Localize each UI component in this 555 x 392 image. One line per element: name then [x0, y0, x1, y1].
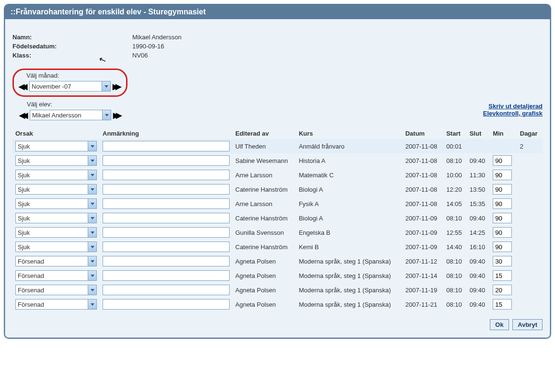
table-row: FörsenadAgneta PolsenModerna språk, steg…	[12, 254, 543, 268]
kurs-cell: Moderna språk, steg 1 (Spanska)	[296, 268, 402, 283]
slut-cell: 09:40	[467, 254, 490, 268]
orsak-value: Sjuk	[18, 200, 30, 208]
chevron-down-icon[interactable]	[88, 300, 96, 309]
edit-cell: Arne Larsson	[232, 168, 296, 182]
orsak-dropdown[interactable]: Sjuk	[15, 184, 97, 195]
orsak-dropdown[interactable]: Sjuk	[15, 141, 97, 151]
orsak-dropdown[interactable]: Sjuk	[15, 170, 97, 180]
anm-input[interactable]	[103, 256, 230, 266]
start-cell: 08:10	[443, 254, 466, 268]
student-prev-icon[interactable]: ◀◀	[19, 111, 28, 120]
anm-input[interactable]	[103, 198, 230, 209]
chevron-down-icon[interactable]	[88, 228, 96, 237]
edit-cell: Caterine Hanström	[232, 211, 296, 225]
chevron-down-icon[interactable]	[88, 170, 96, 180]
chevron-down-icon[interactable]	[88, 213, 96, 223]
table-row: SjukSabine WesemannHistoria A2007-11-080…	[12, 153, 543, 168]
table-row: SjukUlf ThedenAnmäld frånvaro2007-11-080…	[12, 139, 543, 153]
graph-link[interactable]: Elevkontroll, grafisk	[483, 110, 543, 117]
month-selector-highlight: Välj månad: ◀◀ November -07 ▶▶	[12, 69, 127, 97]
orsak-dropdown[interactable]: Försenad	[15, 256, 97, 266]
chevron-down-icon[interactable]	[88, 184, 96, 194]
chevron-down-icon[interactable]	[102, 110, 111, 120]
anm-input[interactable]	[103, 184, 230, 195]
slut-cell: 09:40	[467, 297, 490, 311]
chevron-down-icon[interactable]	[102, 81, 110, 91]
student-next-icon[interactable]: ▶▶	[113, 111, 122, 120]
min-input[interactable]	[493, 198, 512, 209]
student-dropdown-value: Mikael Andersson	[32, 112, 81, 119]
anm-input[interactable]	[103, 170, 230, 180]
orsak-value: Sjuk	[18, 229, 30, 236]
chevron-down-icon[interactable]	[88, 271, 96, 280]
dagar-cell: 2	[517, 139, 543, 153]
chevron-down-icon[interactable]	[88, 242, 96, 252]
anm-input[interactable]	[103, 213, 230, 223]
student-selector-label: Välj elev:	[27, 101, 543, 108]
min-input[interactable]	[493, 285, 512, 295]
month-next-icon[interactable]: ▶▶	[113, 82, 121, 91]
month-dropdown-value: November -07	[32, 83, 71, 90]
edit-cell: Agneta Polsen	[232, 268, 296, 283]
month-dropdown[interactable]: November -07	[29, 81, 111, 92]
min-input[interactable]	[493, 299, 512, 310]
orsak-value: Sjuk	[18, 157, 30, 164]
orsak-dropdown[interactable]: Sjuk	[15, 198, 97, 209]
datum-cell: 2007-11-08	[403, 168, 443, 182]
datum-cell: 2007-11-19	[403, 283, 443, 297]
dagar-cell	[517, 182, 543, 196]
print-link[interactable]: Skriv ut detaljerad	[483, 103, 543, 110]
orsak-dropdown[interactable]: Sjuk	[15, 227, 97, 238]
min-input[interactable]	[493, 242, 512, 252]
min-input[interactable]	[493, 227, 512, 238]
anm-input[interactable]	[103, 299, 230, 310]
min-input[interactable]	[493, 170, 512, 180]
anm-input[interactable]	[103, 242, 230, 252]
chevron-down-icon[interactable]	[88, 256, 96, 266]
anm-input[interactable]	[103, 141, 230, 151]
orsak-dropdown[interactable]: Sjuk	[15, 155, 97, 166]
orsak-dropdown[interactable]: Försenad	[15, 285, 97, 295]
slut-cell: 09:40	[467, 283, 490, 297]
edit-cell: Gunilla Svensson	[232, 225, 296, 240]
edit-cell: Caterine Hanström	[232, 182, 296, 196]
orsak-dropdown[interactable]: Försenad	[15, 270, 97, 281]
month-prev-icon[interactable]: ◀◀	[19, 82, 27, 91]
min-input[interactable]	[493, 155, 512, 166]
dagar-cell	[517, 254, 543, 268]
min-input[interactable]	[493, 256, 512, 266]
col-edit: Editerad av	[232, 128, 296, 139]
student-dropdown[interactable]: Mikael Andersson	[30, 110, 111, 120]
chevron-down-icon[interactable]	[88, 141, 96, 151]
orsak-dropdown[interactable]: Sjuk	[15, 213, 97, 223]
orsak-value: Sjuk	[18, 215, 30, 222]
slut-cell: 09:40	[467, 268, 490, 283]
chevron-down-icon[interactable]	[88, 156, 96, 165]
min-input[interactable]	[493, 184, 512, 195]
anm-input[interactable]	[103, 227, 230, 238]
datum-cell: 2007-11-08	[403, 139, 443, 153]
anm-input[interactable]	[103, 155, 230, 166]
kurs-cell: Moderna språk, steg 1 (Spanska)	[296, 254, 402, 268]
anm-input[interactable]	[103, 285, 230, 295]
orsak-dropdown[interactable]: Sjuk	[15, 242, 97, 252]
kurs-cell: Moderna språk, steg 1 (Spanska)	[296, 283, 402, 297]
start-cell: 12:55	[443, 225, 466, 240]
dagar-cell	[517, 283, 543, 297]
orsak-dropdown[interactable]: Försenad	[15, 299, 97, 310]
cancel-button[interactable]: Avbryt	[512, 319, 543, 330]
min-input[interactable]	[493, 213, 512, 223]
datum-cell: 2007-11-14	[403, 268, 443, 283]
min-input[interactable]	[493, 270, 512, 281]
anm-input[interactable]	[103, 270, 230, 281]
slut-cell: 09:40	[467, 153, 490, 168]
datum-cell: 2007-11-09	[403, 211, 443, 225]
edit-cell: Ulf Theden	[232, 139, 296, 153]
chevron-down-icon[interactable]	[88, 199, 96, 208]
chevron-down-icon[interactable]	[88, 285, 96, 295]
start-cell: 12:20	[443, 182, 466, 196]
dagar-cell	[517, 211, 543, 225]
ok-button[interactable]: Ok	[490, 319, 509, 330]
edit-cell: Agneta Polsen	[232, 283, 296, 297]
dagar-cell	[517, 196, 543, 211]
